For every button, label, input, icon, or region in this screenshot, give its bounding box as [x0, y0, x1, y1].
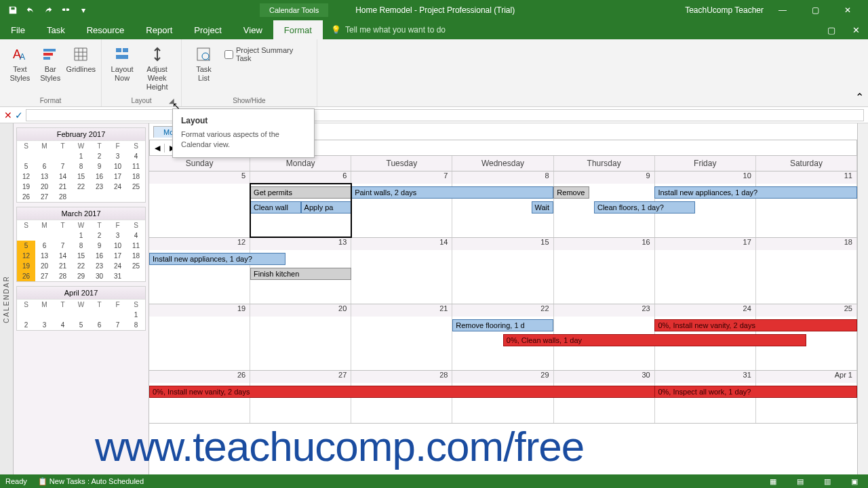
status-newtasks: 📋 New Tasks : Auto Scheduled [38, 477, 144, 486]
mini-cal-feb[interactable]: February 2017 SMTWTFS1234567891011121314… [16, 127, 146, 203]
tab-format[interactable]: Format [273, 20, 323, 39]
svg-rect-3 [43, 53, 53, 56]
ribbon-restore-icon[interactable]: ▢ [819, 20, 844, 39]
calendar-cell[interactable] [149, 184, 250, 237]
mini-cal-title: February 2017 [17, 128, 145, 141]
date-cell[interactable]: 5 [149, 171, 250, 184]
window-title: Home Remodel - Project Professional (Tri… [355, 5, 515, 15]
save-icon[interactable] [5, 3, 20, 18]
task-bar[interactable]: 0%, Install new vanity, 2 days [654, 319, 856, 331]
mini-cal-apr[interactable]: April 2017 SMTWTFS12345678 [16, 286, 146, 331]
date-cell[interactable]: 21 [351, 304, 452, 317]
view-shortcut-icon[interactable]: ▣ [846, 477, 863, 486]
date-cell[interactable]: 18 [756, 238, 857, 250]
date-cell[interactable]: 16 [554, 238, 655, 250]
tab-view[interactable]: View [233, 20, 273, 39]
redo-icon[interactable] [41, 3, 56, 18]
mini-cal-mar[interactable]: March 2017 SMTWTFS1234567891011121314151… [16, 207, 146, 282]
tab-report[interactable]: Report [135, 20, 183, 39]
tab-file[interactable]: File [0, 20, 36, 39]
calendar-cell[interactable] [149, 317, 250, 370]
task-bar[interactable]: Install new appliances, 1 day? [149, 253, 285, 265]
svg-rect-2 [43, 49, 56, 52]
tab-task[interactable]: Task [36, 20, 76, 39]
date-cell[interactable]: Apr 1 [756, 371, 857, 383]
date-cell[interactable]: 24 [655, 304, 756, 317]
quick-access-toolbar: ▾ [0, 3, 96, 18]
prev-month-icon[interactable]: ◀ [150, 144, 165, 152]
task-bar[interactable]: 0%, Install new vanity, 2 days [149, 386, 675, 398]
gridlines-button[interactable]: Gridlines [66, 42, 96, 74]
task-bar[interactable]: 0%, Inspect all work, 1 day? [654, 386, 856, 398]
task-list-button[interactable]: Task List [187, 42, 220, 83]
task-bar[interactable]: Remove [553, 186, 589, 199]
date-cell[interactable]: 6 [250, 171, 351, 184]
date-cell[interactable]: 9 [554, 171, 655, 184]
svg-rect-4 [43, 57, 50, 60]
minimize-button[interactable]: — [769, 2, 796, 18]
calendar-cell[interactable] [250, 317, 351, 370]
date-cell[interactable]: 27 [250, 371, 351, 383]
layout-now-icon [113, 45, 132, 64]
calendar-cell[interactable] [452, 250, 553, 304]
date-cell[interactable]: 26 [149, 371, 250, 383]
entry-input[interactable] [26, 109, 864, 121]
calendar-cell[interactable] [351, 317, 452, 370]
calendar-cell[interactable] [655, 250, 756, 304]
bar-styles-button[interactable]: Bar Styles [36, 42, 65, 83]
date-cell[interactable]: 13 [250, 238, 351, 250]
close-button[interactable]: ✕ [834, 2, 861, 18]
maximize-button[interactable]: ▢ [802, 2, 829, 18]
date-cell[interactable]: 28 [351, 371, 452, 383]
text-styles-button[interactable]: AAText Styles [5, 42, 35, 83]
task-bar[interactable]: Clean floors, 1 day? [594, 201, 695, 214]
date-cell[interactable]: 22 [452, 304, 553, 317]
cancel-icon[interactable]: ✕ [4, 110, 12, 121]
ribbon-close-icon[interactable]: ✕ [844, 20, 868, 39]
view-shortcut-icon[interactable]: ▤ [792, 477, 808, 486]
tab-resource[interactable]: Resource [76, 20, 136, 39]
task-bar[interactable]: Wait [532, 201, 554, 214]
link-icon[interactable] [58, 3, 73, 18]
date-cell[interactable]: 7 [351, 171, 452, 184]
task-bar[interactable]: Remove flooring, 1 d [452, 319, 553, 331]
tab-project[interactable]: Project [183, 20, 232, 39]
qat-customize-icon[interactable]: ▾ [76, 3, 91, 18]
calendar-cell[interactable] [554, 250, 655, 304]
calendar-cell[interactable] [250, 184, 351, 237]
view-shortcut-icon[interactable]: ▦ [765, 477, 781, 486]
date-cell[interactable]: 10 [655, 171, 756, 184]
layout-now-button[interactable]: Layout Now [107, 42, 137, 83]
task-bar[interactable]: Install new appliances, 1 day? [654, 186, 856, 199]
calendar-cell[interactable] [756, 250, 857, 304]
adjust-week-height-button[interactable]: Adjust Week Height [138, 42, 176, 92]
date-cell[interactable]: 19 [149, 304, 250, 317]
date-cell[interactable]: 25 [756, 304, 857, 317]
task-list-icon [194, 45, 213, 64]
collapse-ribbon-icon[interactable]: ⌃ [855, 91, 864, 104]
calendar-cell[interactable] [351, 250, 452, 304]
status-bar: Ready 📋 New Tasks : Auto Scheduled ▦ ▤ ▥… [0, 474, 868, 488]
date-cell[interactable]: 20 [250, 304, 351, 317]
accept-icon[interactable]: ✓ [15, 110, 23, 121]
date-cell[interactable]: 17 [655, 238, 756, 250]
view-shortcut-icon[interactable]: ▥ [819, 477, 835, 486]
date-cell[interactable]: 11 [756, 171, 857, 184]
project-summary-task-checkbox[interactable]: Project Summary Task [222, 42, 311, 66]
task-bar[interactable]: Finish kitchen [250, 268, 351, 280]
vertical-scrollbar[interactable] [857, 123, 868, 474]
tell-me[interactable]: 💡 Tell me what you want to do [323, 20, 454, 39]
date-cell[interactable]: 31 [655, 371, 756, 383]
date-cell[interactable]: 12 [149, 238, 250, 250]
tooltip-body: Format various aspects of the Calendar v… [181, 129, 306, 150]
date-cell[interactable]: 15 [452, 238, 553, 250]
task-bar[interactable]: Paint walls, 2 days [351, 186, 553, 199]
task-bar[interactable]: 0%, Clean walls, 1 day [503, 334, 806, 346]
date-cell[interactable]: 23 [554, 304, 655, 317]
date-cell[interactable]: 30 [554, 371, 655, 383]
undo-icon[interactable] [23, 3, 38, 18]
view-label-calendar[interactable]: CALENDAR [0, 123, 14, 474]
date-cell[interactable]: 8 [452, 171, 553, 184]
date-cell[interactable]: 29 [452, 371, 553, 383]
date-cell[interactable]: 14 [351, 238, 452, 250]
